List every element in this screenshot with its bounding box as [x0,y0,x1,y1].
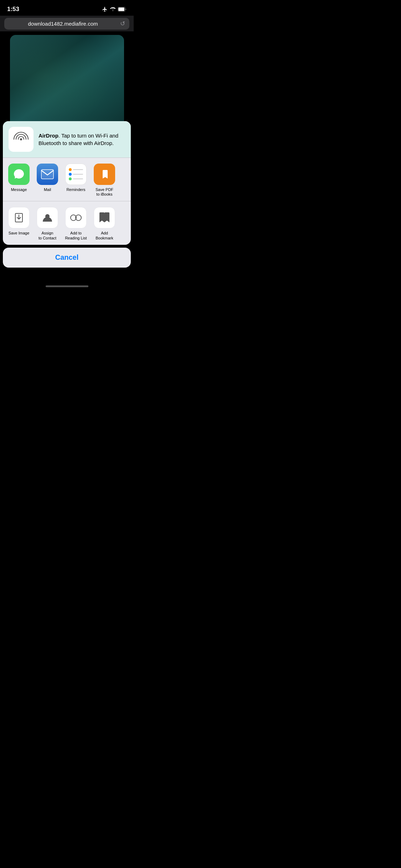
action-save-image[interactable]: Save Image [6,207,31,240]
svg-rect-1 [118,7,124,11]
cancel-button[interactable]: Cancel [3,248,131,268]
save-image-icon [8,207,30,228]
airdrop-icon-box [9,127,34,152]
url-text: download1482.mediafire.com [9,21,117,27]
airdrop-text: AirDrop. Tap to turn on Wi-Fi and Blueto… [38,132,125,147]
share-sheet: AirDrop. Tap to turn on Wi-Fi and Blueto… [0,121,134,289]
message-label: Message [11,187,27,192]
airdrop-section[interactable]: AirDrop. Tap to turn on Wi-Fi and Blueto… [3,121,131,157]
status-bar: 1:53 [0,0,134,16]
svg-rect-3 [41,170,53,179]
action-assign-contact[interactable]: Assignto Contact [35,207,60,240]
action-bookmark[interactable]: AddBookmark [92,207,117,240]
message-icon [8,164,30,185]
status-icons [102,6,127,12]
wifi-icon [110,6,115,12]
mail-label: Mail [44,187,51,192]
url-field[interactable]: download1482.mediafire.com ↺ [4,18,129,30]
reading-list-icon [65,207,87,228]
reading-list-label: Add toReading List [65,231,87,240]
airplane-icon [102,6,108,12]
app-share-row: Message Mail [3,158,131,201]
share-mail[interactable]: Mail [35,164,60,197]
bookmark-label: AddBookmark [96,231,113,240]
share-ibooks[interactable]: Save PDFto iBooks [92,164,117,197]
action-reading-list[interactable]: Add toReading List [63,207,88,240]
ibooks-icon [94,164,115,185]
reminders-icon [65,164,87,185]
svg-point-2 [20,138,22,140]
status-time: 1:53 [7,6,19,13]
mail-icon [37,164,58,185]
airdrop-icon [13,131,29,147]
battery-icon [118,7,127,12]
reload-icon[interactable]: ↺ [120,20,125,27]
reminders-label: Reminders [66,187,85,192]
bookmark-icon [94,207,115,228]
address-bar[interactable]: download1482.mediafire.com ↺ [0,16,134,31]
save-image-label: Save Image [9,231,30,236]
airdrop-title: AirDrop [38,133,58,139]
cancel-label: Cancel [55,253,79,262]
action-row: Save Image Assignto Contact [3,201,131,244]
share-reminders[interactable]: Reminders [63,164,88,197]
home-indicator [46,285,88,287]
assign-contact-icon [37,207,58,228]
share-card: AirDrop. Tap to turn on Wi-Fi and Blueto… [3,121,131,245]
ibooks-label: Save PDFto iBooks [96,187,113,197]
assign-contact-label: Assignto Contact [38,231,56,240]
share-message[interactable]: Message [6,164,31,197]
